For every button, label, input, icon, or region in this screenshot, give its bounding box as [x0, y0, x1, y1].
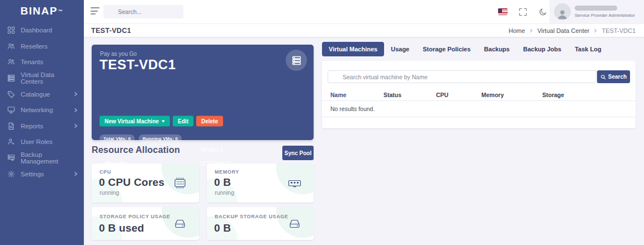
tab-usage[interactable]: Usage [384, 42, 416, 56]
new-virtual-machine-button[interactable]: New Virtual Machine [100, 116, 170, 127]
tab-virtual-machines[interactable]: Virtual Machines [322, 42, 384, 56]
tag-icon [7, 90, 15, 98]
edit-button[interactable]: Edit [173, 116, 193, 127]
avatar [554, 3, 571, 20]
user-menu[interactable]: Service Provider Administrator [550, 0, 644, 23]
user-roles-icon [7, 138, 15, 146]
caret-down-icon [162, 120, 165, 122]
sidebar-item-label: Virtual Data Centers [21, 71, 78, 85]
sync-pool-button[interactable]: Sync Pool [282, 146, 314, 160]
chevron-right-icon [73, 92, 78, 97]
sidebar-item-label: Dashboard [21, 27, 52, 33]
vm-search-button[interactable]: Search [597, 70, 630, 83]
sidebar-item-dashboard[interactable]: Dashboard [0, 22, 84, 39]
sidebar-item-reports[interactable]: Reports [0, 118, 84, 134]
sidebar-item-resellers[interactable]: Resellers [0, 39, 84, 55]
virtual-machines-panel: Search Name Status CPU Memory Storage No… [322, 61, 636, 128]
sidebar-item-backup-management[interactable]: Backup Management [0, 150, 84, 166]
chevron-right-icon [593, 28, 598, 33]
topbar-icons [496, 0, 549, 23]
total-vms-badge: Total VMs: 0 [100, 134, 135, 143]
vdc-summary-card: Pay as you Go TEST-VDC1 New Virtual Mach… [92, 45, 314, 140]
page-title: TEST-VDC1 [91, 27, 131, 35]
hamburger-menu-icon[interactable] [91, 7, 101, 16]
page-header: TEST-VDC1 Home Virtual Data Center TEST-… [84, 23, 644, 37]
storage-policy-label: STORAGE POLICY USAGE [100, 214, 171, 219]
cpu-value: 0 CPU Cores [99, 176, 164, 189]
tab-backup-jobs[interactable]: Backup Jobs [517, 42, 568, 56]
vm-search-button-label: Search [608, 74, 627, 80]
sidebar-item-virtual-data-centers[interactable]: Virtual Data Centers [0, 70, 84, 87]
storage-policy-stat-card: STORAGE POLICY USAGE 0 B used [92, 207, 199, 240]
resellers-icon [7, 42, 15, 50]
sidebar-item-networking[interactable]: Networking [0, 102, 84, 118]
tenant-value: Tenant-1 [200, 146, 224, 153]
tab-backups[interactable]: Backups [477, 42, 517, 56]
app-window: BINAP™ Dashboard Resellers Tenants Virtu… [0, 0, 644, 245]
tab-task-log[interactable]: Task Log [568, 42, 608, 56]
sidebar-item-label: Tenants [21, 59, 43, 65]
global-search-input[interactable] [103, 5, 183, 18]
trademark-mark: ™ [58, 9, 64, 14]
server-stack-icon [292, 56, 301, 65]
sidebar-item-label: Resellers [21, 43, 48, 50]
column-header-name[interactable]: Name [330, 92, 383, 98]
storage-policy-value: 0 B used [99, 222, 144, 234]
breadcrumb-virtual-data-center[interactable]: Virtual Data Center [537, 27, 589, 34]
language-flag-button[interactable] [496, 6, 509, 18]
breadcrumb-home[interactable]: Home [509, 27, 525, 34]
document-icon [7, 122, 15, 130]
cpu-sub: running [100, 189, 119, 196]
user-meta: Service Provider Administrator [575, 6, 635, 18]
sidebar-item-catalogue[interactable]: Catalogue [0, 86, 84, 102]
column-header-storage[interactable]: Storage [542, 92, 636, 98]
us-flag-icon [498, 8, 508, 15]
fullscreen-icon [519, 8, 527, 16]
column-header-cpu[interactable]: CPU [436, 92, 481, 98]
backup-storage-value: 0 B [214, 222, 231, 234]
topbar: Service Provider Administrator [84, 0, 644, 23]
memory-label: MEMORY [215, 169, 239, 175]
cpu-stat-card: CPU 0 CPU Cores running [92, 164, 199, 203]
moon-icon [539, 8, 547, 16]
vdc-actions: New Virtual Machine Edit Delete [100, 116, 223, 127]
cpu-label: CPU [100, 169, 111, 175]
sidebar-nav: Dashboard Resellers Tenants Virtual Data… [0, 22, 84, 182]
tenants-icon [7, 58, 15, 66]
sidebar-item-label: Reports [21, 123, 43, 129]
chevron-right-icon [529, 28, 533, 33]
backup-storage-label: BACKUP STORAGE USAGE [215, 214, 288, 219]
sidebar-item-label: Settings [21, 171, 44, 177]
sidebar-item-label: Catalogue [21, 91, 50, 98]
fullscreen-button[interactable] [517, 6, 529, 18]
tab-storage-policies[interactable]: Storage Policies [416, 42, 477, 56]
cpu-chip-icon [172, 175, 188, 191]
memory-value: 0 B [214, 176, 231, 189]
chevron-right-icon [73, 123, 78, 128]
running-vms-badge: Running VMs: 0 [139, 134, 182, 143]
dark-mode-button[interactable] [537, 6, 549, 18]
new-virtual-machine-label: New Virtual Machine [105, 118, 159, 124]
memory-sub: running [215, 189, 234, 196]
vdc-avatar-circle [286, 50, 307, 71]
column-header-status[interactable]: Status [383, 92, 436, 98]
sidebar: BINAP™ Dashboard Resellers Tenants Virtu… [0, 0, 84, 245]
vm-search-input[interactable] [328, 70, 596, 83]
brand-name: BINAP [20, 5, 58, 17]
user-role: Service Provider Administrator [575, 13, 635, 18]
sidebar-item-settings[interactable]: Settings [0, 166, 84, 182]
brand-logo[interactable]: BINAP™ [0, 0, 84, 22]
resource-allocation-heading: Resource Allocation [92, 145, 180, 155]
sidebar-item-label: Backup Management [21, 151, 78, 165]
gear-icon [7, 170, 15, 178]
search-icon [600, 74, 606, 80]
vm-table-header: Name Status CPU Memory Storage [322, 89, 636, 101]
column-header-memory[interactable]: Memory [481, 92, 542, 98]
delete-button[interactable]: Delete [196, 116, 223, 127]
sidebar-item-user-roles[interactable]: User Roles [0, 134, 84, 150]
vdc-plan-label: Pay as you Go [100, 51, 137, 57]
chevron-right-icon [73, 171, 78, 176]
sidebar-item-tenants[interactable]: Tenants [0, 54, 84, 70]
vdc-tabs: Virtual Machines Usage Storage Policies … [322, 42, 608, 56]
storage-drive-icon [172, 216, 188, 232]
